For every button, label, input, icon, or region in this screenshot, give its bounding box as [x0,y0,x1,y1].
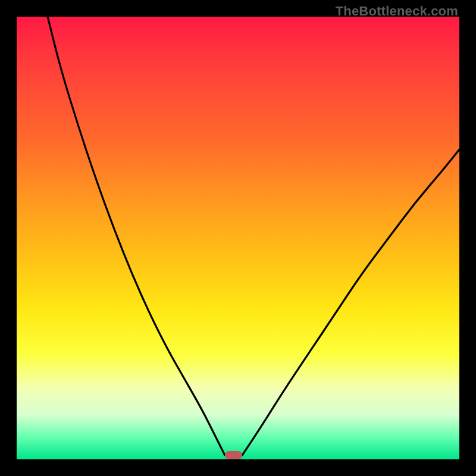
chart-frame: TheBottleneck.com [0,0,476,476]
watermark-text: TheBottleneck.com [336,4,458,19]
optimal-marker [225,451,243,459]
bottleneck-curve [17,17,459,459]
curve-path [48,17,459,455]
plot-area [17,17,459,459]
